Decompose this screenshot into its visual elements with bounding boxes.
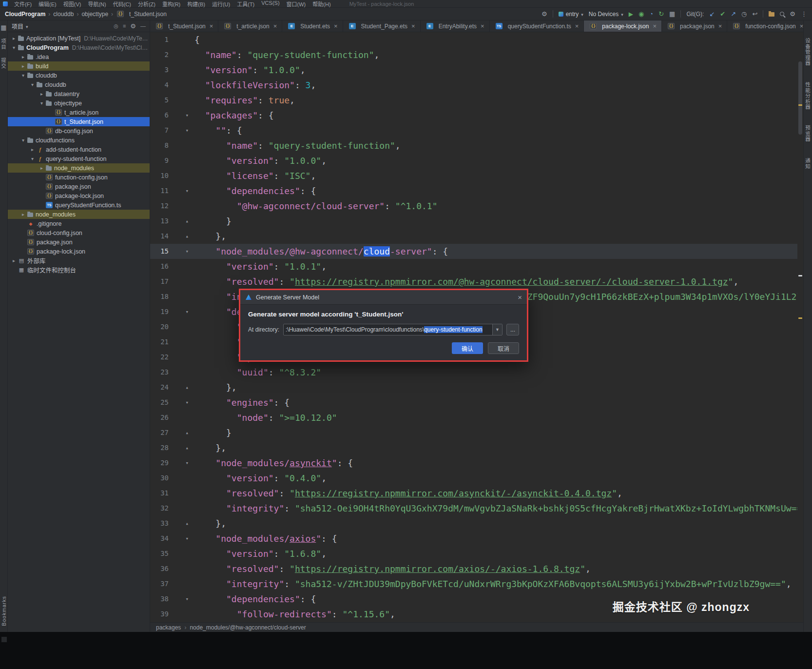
tree-item[interactable]: ▸dataentry [8, 89, 150, 98]
close-icon[interactable]: × [718, 22, 722, 30]
tree-item[interactable]: ▾query-student-function [8, 154, 150, 163]
tree-item[interactable]: 临时文件和控制台 [8, 265, 150, 275]
editor-tab[interactable]: Student_Page.ets× [343, 20, 421, 32]
tool-window-button[interactable]: 设备管理器 [804, 38, 812, 66]
git-update-button[interactable] [709, 11, 715, 17]
code-line[interactable]: 30 "version": "0.4.0", [150, 471, 797, 486]
terminal-icon[interactable] [1, 637, 7, 642]
code-line[interactable]: 36 "resolved": "https://registry.npmmirr… [150, 561, 797, 576]
close-icon[interactable]: × [518, 293, 522, 301]
code-line[interactable]: 15▾ "node_modules/@hw-agconnect/cloud-se… [150, 244, 797, 259]
code-line[interactable]: 35 "version": "1.6.8", [150, 546, 797, 561]
tree-chevron-icon[interactable]: ▸ [11, 258, 17, 263]
code-line[interactable]: 2 "name": "query-student-function", [150, 47, 797, 62]
search-icon[interactable] [780, 12, 784, 16]
dialog-title-bar[interactable]: Generate Server Model × [240, 290, 527, 305]
code-line[interactable]: 33▴ }, [150, 516, 797, 531]
breadcrumb-item[interactable]: clouddb [53, 11, 74, 18]
code-line[interactable]: 16 "version": "1.0.1", [150, 259, 797, 274]
tree-chevron-icon[interactable]: ▸ [29, 147, 36, 152]
code-line[interactable]: 9 "version": "1.0.0", [150, 153, 797, 168]
code-line[interactable]: 11▾ "dependencies": { [150, 183, 797, 198]
fold-icon[interactable]: ▾ [171, 123, 194, 138]
close-icon[interactable]: × [210, 22, 213, 30]
close-icon[interactable]: × [575, 22, 579, 30]
menu-item[interactable]: 构建(B) [184, 0, 209, 8]
tree-item[interactable]: t_article.json [8, 108, 150, 117]
tree-item[interactable]: .gitignore [8, 219, 150, 228]
code-line[interactable]: 26 "node": ">=10.12.0" [150, 410, 797, 425]
run-button[interactable] [629, 11, 633, 17]
tree-item[interactable]: package.json [8, 182, 150, 191]
code-line[interactable]: 34▾ "node_modules/axios": { [150, 531, 797, 546]
collapse-all-icon[interactable]: ≡ [123, 23, 126, 29]
status-breadcrumb-item[interactable]: node_modules/@hw-agconnect/cloud-server [190, 624, 306, 631]
fold-icon[interactable]: ▾ [171, 244, 194, 259]
code-line[interactable]: 27▴ } [150, 425, 797, 440]
code-line[interactable]: 8 "name": "query-student-function", [150, 138, 797, 153]
breadcrumb-item[interactable]: t_Student.json [129, 11, 167, 18]
menu-item[interactable]: 帮助(H) [309, 0, 334, 8]
bookmarks-tool-button[interactable]: Bookmarks [1, 596, 7, 626]
git-push-button[interactable] [731, 11, 736, 17]
tool-window-button[interactable]: 性能分析器 [804, 82, 812, 110]
fold-icon[interactable]: ▾ [171, 108, 194, 123]
menu-item[interactable]: 导航(N) [84, 0, 109, 8]
fold-icon[interactable]: ▾ [171, 304, 194, 319]
code-line[interactable]: 5 "requires": true, [150, 93, 797, 108]
code-line[interactable]: 7▾ "": { [150, 123, 797, 138]
tree-chevron-icon[interactable]: ▾ [20, 138, 26, 143]
tree-chevron-icon[interactable]: ▾ [29, 82, 36, 87]
tool-window-button[interactable]: 项目 [0, 39, 7, 50]
tree-item[interactable]: ▸node_modules [8, 163, 150, 173]
menu-item[interactable]: 编辑(E) [35, 0, 60, 8]
close-icon[interactable]: × [653, 22, 657, 30]
menu-item[interactable]: 文件(F) [11, 0, 35, 8]
tree-chevron-icon[interactable]: ▸ [39, 165, 45, 171]
fold-icon[interactable]: ▾ [171, 183, 194, 198]
status-breadcrumb-item[interactable]: packages [156, 624, 181, 631]
close-icon[interactable]: × [273, 22, 277, 30]
close-icon[interactable]: × [411, 22, 415, 30]
tool-window-button[interactable]: 预览器 [804, 125, 812, 142]
code-line[interactable]: 23 "uuid": "^8.3.2" [150, 365, 797, 380]
tree-item[interactable]: package.json [8, 237, 150, 247]
undo-button[interactable] [752, 11, 757, 17]
code-line[interactable]: 32 "integrity": "sha512-Oei9OH4tRh0YqU3G… [150, 501, 797, 516]
hide-panel-icon[interactable]: — [140, 23, 146, 29]
tree-chevron-icon[interactable]: ▾ [29, 156, 36, 161]
breadcrumb-item[interactable]: objecttype [81, 11, 108, 18]
menu-item[interactable]: VCS(S) [258, 0, 283, 8]
code-line[interactable]: 3 "version": "1.0.0", [150, 62, 797, 78]
cancel-button[interactable]: 取消 [488, 342, 519, 354]
editor-tab[interactable]: package-lock.json× [584, 20, 662, 32]
tree-item[interactable]: ▸build [8, 61, 150, 71]
code-line[interactable]: 10 "license": "ISC", [150, 168, 797, 183]
code-line[interactable]: 31 "resolved": "https://registry.npmmirr… [150, 486, 797, 501]
code-line[interactable]: 14▴ }, [150, 229, 797, 244]
menu-item[interactable]: 代码(C) [110, 0, 135, 8]
code-line[interactable]: 29▾ "node_modules/asynckit": { [150, 455, 797, 471]
tool-window-button[interactable]: 提交 [0, 58, 7, 69]
code-line[interactable]: 4 "lockfileVersion": 3, [150, 78, 797, 93]
breadcrumb-item[interactable]: CloudProgram [5, 11, 45, 18]
tree-chevron-icon[interactable]: ▸ [11, 36, 17, 41]
rerun-button[interactable] [658, 11, 664, 17]
tree-item[interactable]: ▾CloudProgramD:\Huawei\Code\MyTest\Clou.… [8, 43, 150, 52]
tree-item[interactable]: cloud-config.json [8, 228, 150, 237]
tree-item[interactable]: function-config.json [8, 173, 150, 182]
code-line[interactable]: 13▴ } [150, 214, 797, 229]
locate-file-icon[interactable]: ◎ [114, 23, 118, 29]
code-line[interactable]: 24▴ }, [150, 380, 797, 395]
code-line[interactable]: 12 "@hw-agconnect/cloud-server": "^1.0.1… [150, 198, 797, 214]
tree-chevron-icon[interactable]: ▸ [20, 212, 26, 217]
fold-icon[interactable]: ▾ [171, 591, 194, 607]
fold-icon[interactable]: ▴ [171, 425, 194, 440]
editor-tab[interactable]: queryStudentFunction.ts× [490, 20, 584, 32]
tree-item[interactable]: ▾clouddb [8, 80, 150, 89]
directory-value[interactable]: :\Huawei\Code\MyTest\CloudProgram\cloudf… [284, 326, 492, 333]
tree-chevron-icon[interactable]: ▸ [20, 63, 26, 69]
settings-gear-icon[interactable] [790, 11, 795, 17]
menu-item[interactable]: 窗口(W) [283, 0, 309, 8]
tree-item[interactable]: queryStudentFunction.ts [8, 200, 150, 210]
